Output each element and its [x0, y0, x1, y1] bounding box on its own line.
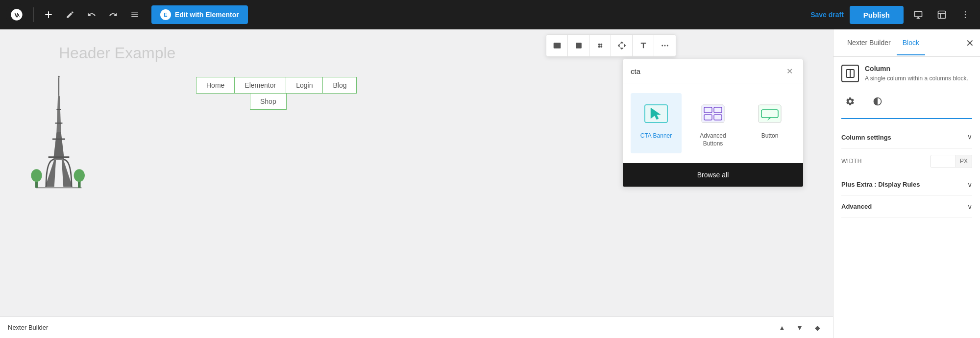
scroll-up-button[interactable]: ▲ [774, 320, 790, 336]
svg-point-28 [667, 45, 668, 47]
topbar-divider [33, 7, 34, 22]
list-view-button[interactable] [126, 6, 144, 24]
undo-icon [87, 10, 96, 19]
settings-tab-button[interactable] [841, 93, 859, 110]
width-input-group: PX [931, 155, 972, 168]
nav-item-elementor[interactable]: Elementor [234, 77, 286, 94]
list-icon [130, 10, 139, 19]
eiffel-tower-illustration [20, 69, 98, 196]
search-result-advanced-buttons[interactable]: Advanced Buttons [687, 93, 738, 153]
advanced-buttons-label: Advanced Buttons [691, 132, 735, 147]
column-settings-section[interactable]: Column settings ∧ [841, 127, 972, 149]
browse-all-button[interactable]: Browse all [623, 163, 803, 187]
width-input[interactable] [931, 155, 956, 168]
search-result-button[interactable]: Button [744, 93, 795, 153]
bottom-bar: Nexter Builder ▲ ▼ ◆ [0, 316, 833, 338]
search-bar: ✕ [623, 59, 803, 83]
bottom-bar-buttons: ▲ ▼ ◆ [774, 320, 825, 336]
button-label: Button [761, 132, 779, 140]
width-label: WIDTH [841, 158, 862, 165]
search-clear-button[interactable]: ✕ [784, 65, 795, 77]
single-col-icon [574, 41, 583, 50]
svg-point-24 [598, 46, 600, 48]
svg-point-15 [31, 169, 42, 182]
svg-marker-5 [53, 132, 64, 160]
block-toolbar [546, 34, 676, 57]
more-actions-button[interactable] [654, 35, 676, 56]
add-block-button[interactable] [40, 6, 57, 24]
svg-point-22 [598, 44, 600, 45]
topbar-right: Save draft Publish [810, 6, 974, 24]
columns-view-button[interactable] [546, 35, 568, 56]
advanced-label: Advanced [841, 203, 872, 210]
bottom-bar-label: Nexter Builder [8, 324, 48, 331]
contrast-tab-button[interactable] [869, 93, 886, 110]
topbar: E Edit with Elementor Save draft Publish [0, 0, 980, 29]
preview-button[interactable] [909, 6, 927, 24]
tools-button[interactable] [61, 6, 79, 24]
svg-point-27 [664, 45, 666, 47]
advanced-section[interactable]: Advanced ∨ [841, 196, 972, 218]
plus-extra-section[interactable]: Plus Extra : Display Rules ∨ [841, 174, 972, 196]
pencil-icon [66, 10, 74, 19]
sidebar-icon-row [841, 93, 972, 119]
sidebar: Nexter Builder Block ✕ Column A single c… [833, 29, 980, 338]
arrows-icon [617, 41, 626, 50]
column-settings-chevron: ∧ [967, 134, 972, 142]
columns-icon [553, 41, 562, 50]
resize-handle-button[interactable]: ◆ [809, 320, 825, 336]
tab-block[interactable]: Block [897, 31, 925, 55]
svg-rect-35 [759, 105, 781, 122]
svg-marker-6 [56, 96, 61, 132]
edit-elementor-button[interactable]: E Edit with Elementor [151, 5, 248, 24]
svg-point-26 [662, 45, 663, 47]
move-button[interactable] [611, 35, 633, 56]
block-info-text: Column A single column within a columns … [865, 65, 968, 83]
search-result-cta-banner[interactable]: CTA Banner [631, 93, 682, 153]
svg-point-1 [965, 11, 966, 13]
grid-icon [596, 41, 605, 50]
sidebar-content: Column A single column within a columns … [833, 57, 980, 338]
layout-icon [937, 10, 947, 20]
nav-item-shop[interactable]: Shop [250, 93, 287, 110]
nav-item-home[interactable]: Home [196, 77, 235, 94]
svg-rect-0 [938, 11, 946, 19]
grid-button[interactable] [589, 35, 611, 56]
main-layout: Header Example [0, 29, 980, 338]
block-description: A single column within a columns block. [865, 74, 968, 83]
more-options-button[interactable] [956, 6, 974, 24]
nav-item-login[interactable]: Login [286, 77, 323, 94]
svg-rect-21 [576, 43, 581, 48]
width-unit: PX [956, 155, 972, 167]
tab-nexter-builder[interactable]: Nexter Builder [841, 31, 897, 55]
more-icon [960, 10, 970, 20]
column-block-icon [845, 69, 855, 78]
cta-banner-label: CTA Banner [640, 132, 672, 140]
advanced-chevron: ∨ [967, 203, 972, 211]
elementor-icon: E [160, 9, 171, 20]
transform-button[interactable] [633, 35, 654, 56]
search-results: CTA Banner Advanced Butt [623, 83, 803, 163]
content-area: Header Example [0, 29, 833, 338]
publish-button[interactable]: Publish [850, 6, 904, 24]
svg-point-3 [965, 17, 966, 19]
nav-item-blog[interactable]: Blog [322, 77, 357, 94]
advanced-buttons-icon [698, 99, 728, 128]
add-icon [44, 10, 53, 19]
settings-button[interactable] [933, 6, 951, 24]
gear-icon [845, 97, 855, 106]
block-info: Column A single column within a columns … [841, 65, 972, 83]
redo-button[interactable] [104, 6, 122, 24]
scroll-down-button[interactable]: ▼ [792, 320, 808, 336]
contrast-icon [873, 97, 882, 106]
undo-button[interactable] [83, 6, 100, 24]
wp-logo[interactable] [6, 4, 27, 25]
button-icon [755, 99, 784, 128]
redo-icon [109, 10, 118, 19]
svg-point-23 [600, 44, 602, 45]
close-sidebar-button[interactable]: ✕ [966, 37, 974, 49]
cta-banner-icon [641, 99, 671, 128]
search-input[interactable] [631, 67, 784, 75]
single-col-button[interactable] [568, 35, 589, 56]
save-draft-button[interactable]: Save draft [810, 11, 844, 19]
